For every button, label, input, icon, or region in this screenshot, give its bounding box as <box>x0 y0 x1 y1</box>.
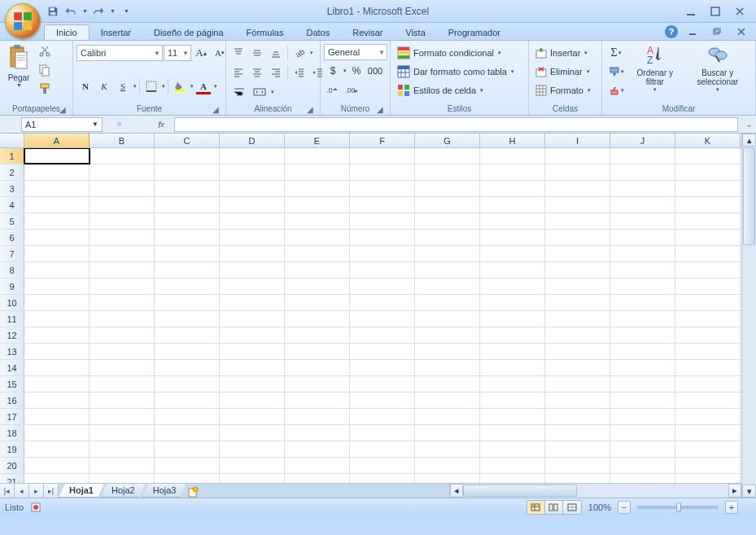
cell[interactable] <box>220 441 285 457</box>
cell[interactable] <box>610 246 675 261</box>
cell[interactable] <box>545 392 610 408</box>
zoom-in-icon[interactable]: + <box>725 501 738 514</box>
cell[interactable] <box>415 474 480 483</box>
cell[interactable] <box>350 278 415 294</box>
scroll-down-icon[interactable]: ▾ <box>742 485 756 498</box>
tab-programador[interactable]: Programador <box>437 25 512 40</box>
column-header[interactable]: G <box>415 134 480 147</box>
cell[interactable] <box>155 262 220 278</box>
cell[interactable] <box>350 376 415 392</box>
row-header[interactable]: 12 <box>0 327 24 343</box>
cell[interactable] <box>155 344 220 359</box>
column-header[interactable]: B <box>90 134 155 147</box>
cell[interactable] <box>415 230 480 245</box>
cell[interactable] <box>675 441 741 457</box>
cell[interactable] <box>285 474 350 483</box>
cell[interactable] <box>90 474 155 483</box>
cell[interactable] <box>480 458 545 473</box>
increase-font-icon[interactable]: A▴ <box>192 44 210 62</box>
font-launcher-icon[interactable]: ◢ <box>211 104 221 114</box>
format-painter-icon[interactable] <box>36 80 54 98</box>
vertical-scrollbar[interactable]: ▴ ▾ <box>741 134 756 498</box>
cell[interactable] <box>415 458 480 473</box>
alignment-launcher-icon[interactable]: ◢ <box>305 104 315 114</box>
cell[interactable] <box>155 441 220 457</box>
cell[interactable] <box>285 278 350 294</box>
cell[interactable] <box>155 376 220 392</box>
cell[interactable] <box>350 360 415 375</box>
cell[interactable] <box>285 376 350 392</box>
cell[interactable] <box>675 148 741 164</box>
delete-cells-button[interactable]: Eliminar▾ <box>532 63 593 81</box>
row-header[interactable]: 4 <box>0 197 24 213</box>
cell[interactable] <box>220 197 285 213</box>
cell[interactable] <box>415 262 480 278</box>
cell[interactable] <box>545 230 610 245</box>
row-header[interactable]: 3 <box>0 181 24 196</box>
font-color-dropdown-icon[interactable]: ▾ <box>214 83 217 90</box>
cell[interactable] <box>480 295 545 310</box>
cell[interactable] <box>610 458 675 473</box>
cell[interactable] <box>610 295 675 310</box>
row-header[interactable]: 15 <box>0 376 24 392</box>
cell[interactable] <box>480 181 545 196</box>
cell[interactable] <box>675 164 741 180</box>
cell[interactable] <box>90 441 155 457</box>
format-cells-button[interactable]: Formato▾ <box>532 81 594 99</box>
cell[interactable] <box>610 392 675 408</box>
cell[interactable] <box>545 213 610 229</box>
insert-function-icon[interactable]: fx <box>151 117 171 132</box>
new-sheet-icon[interactable] <box>183 486 203 498</box>
align-center-icon[interactable] <box>248 64 266 81</box>
underline-icon[interactable]: S <box>114 77 132 95</box>
cell[interactable] <box>415 409 480 424</box>
cell[interactable] <box>480 327 545 343</box>
cell[interactable] <box>415 360 480 375</box>
sheet-tab[interactable]: Hoja3 <box>142 484 187 498</box>
autosum-icon[interactable]: Σ▾ <box>605 44 627 62</box>
cell[interactable] <box>24 474 90 483</box>
cell[interactable] <box>285 360 350 375</box>
cell[interactable] <box>90 360 155 375</box>
cell[interactable] <box>90 311 155 327</box>
cell[interactable] <box>545 197 610 213</box>
cell[interactable] <box>480 246 545 261</box>
cell[interactable] <box>155 230 220 245</box>
cell[interactable] <box>155 295 220 310</box>
row-header[interactable]: 17 <box>0 409 24 424</box>
cell[interactable] <box>24 197 90 213</box>
column-header[interactable]: E <box>285 134 350 147</box>
font-name-combo[interactable]: Calibri▼ <box>76 45 163 61</box>
cell[interactable] <box>285 213 350 229</box>
column-header[interactable]: C <box>155 134 220 147</box>
cell[interactable] <box>155 164 220 180</box>
cell[interactable] <box>545 441 610 457</box>
row-header[interactable]: 7 <box>0 246 24 261</box>
number-format-combo[interactable]: General▼ <box>324 44 387 60</box>
cell[interactable] <box>90 376 155 392</box>
cell[interactable] <box>480 441 545 457</box>
cell[interactable] <box>480 425 545 441</box>
cell[interactable] <box>415 278 480 294</box>
row-header[interactable]: 21 <box>0 474 24 483</box>
cell[interactable] <box>90 458 155 473</box>
cell[interactable] <box>545 311 610 327</box>
cell[interactable] <box>24 295 90 310</box>
cell-styles-button[interactable]: Estilos de celda▾ <box>394 81 487 99</box>
cell[interactable] <box>480 278 545 294</box>
page-break-view-icon[interactable] <box>563 501 581 514</box>
cell[interactable] <box>415 181 480 196</box>
cell[interactable] <box>285 327 350 343</box>
close-button[interactable] <box>730 4 749 19</box>
cell[interactable] <box>610 148 675 164</box>
cell[interactable] <box>220 164 285 180</box>
fill-color-icon[interactable] <box>171 77 189 95</box>
cell[interactable] <box>610 441 675 457</box>
cell[interactable] <box>610 262 675 278</box>
align-middle-icon[interactable] <box>248 44 266 62</box>
cell[interactable] <box>415 164 480 180</box>
cell[interactable] <box>155 246 220 261</box>
redo-icon[interactable] <box>91 4 106 19</box>
cell[interactable] <box>545 181 610 196</box>
cell[interactable] <box>285 246 350 261</box>
